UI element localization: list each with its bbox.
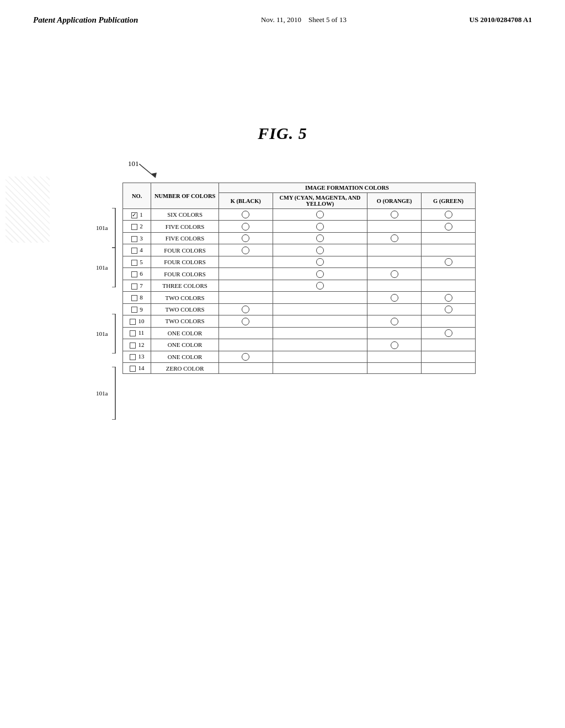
- cell-no-10[interactable]: 10: [123, 315, 151, 327]
- cell-no-5[interactable]: 5: [123, 256, 151, 267]
- header-date-sheet: Nov. 11, 2010 Sheet 5 of 13: [261, 15, 347, 24]
- cell-k-2: [218, 221, 273, 232]
- side-label-2-text: 101a: [96, 264, 108, 271]
- ref-101-arrow: [139, 164, 161, 180]
- row-number-10: 10: [137, 318, 145, 324]
- circle-g-8: [445, 294, 452, 302]
- header-publication-label: Patent Application Publication: [33, 15, 138, 25]
- cell-cmy-6: [273, 268, 367, 280]
- cell-o-12: [367, 339, 422, 351]
- color-table: NO. NUMBER OF COLORS IMAGE FORMATION COL…: [122, 183, 476, 374]
- cell-cmy-2: [273, 221, 367, 232]
- col-header-cmy: CMY (CYAN, MAGENTA, AND YELLOW): [273, 193, 367, 209]
- cell-k-8: [218, 292, 273, 303]
- cell-no-1[interactable]: 1: [123, 209, 151, 221]
- side-bracket-3: [109, 314, 116, 354]
- cell-o-9: [367, 303, 422, 315]
- checkbox-row-5[interactable]: [131, 260, 137, 266]
- cell-no-2[interactable]: 2: [123, 221, 151, 232]
- cell-g-11: [422, 327, 476, 339]
- cell-cmy-1: [273, 209, 367, 221]
- table-wrapper: 101a 101a 101a: [122, 183, 476, 374]
- row-number-7: 7: [138, 282, 143, 289]
- cell-no-7[interactable]: 7: [123, 280, 151, 291]
- checkbox-row-8[interactable]: [131, 295, 137, 301]
- cell-cmy-11: [273, 327, 367, 339]
- table-row: 1SIX COLORS: [123, 209, 476, 221]
- side-label-4-text: 101a: [96, 390, 108, 397]
- cell-num-colors-9: TWO COLORS: [151, 303, 218, 315]
- cell-no-9[interactable]: 9: [123, 303, 151, 315]
- cell-no-14[interactable]: 14: [123, 363, 151, 374]
- circle-k-1: [242, 211, 249, 218]
- checkbox-row-13[interactable]: [130, 354, 136, 360]
- side-label-3-text: 101a: [96, 330, 108, 337]
- cell-o-8: [367, 292, 422, 303]
- side-label-group-3: 101a: [96, 314, 116, 354]
- row-number-3: 3: [138, 235, 143, 242]
- checkbox-row-11[interactable]: [130, 330, 136, 336]
- table-row: 10TWO COLORS: [123, 315, 476, 327]
- cell-cmy-5: [273, 256, 367, 267]
- cell-cmy-12: [273, 339, 367, 351]
- cell-k-11: [218, 327, 273, 339]
- cell-no-4[interactable]: 4: [123, 244, 151, 256]
- table-row: 3FIVE COLORS: [123, 232, 476, 244]
- checkbox-row-3[interactable]: [131, 236, 137, 242]
- table-row: 5FOUR COLORS: [123, 256, 476, 267]
- col-header-image-formation: IMAGE FORMATION COLORS: [218, 183, 475, 193]
- circle-o-8: [391, 294, 398, 302]
- cell-no-13[interactable]: 13: [123, 351, 151, 362]
- circle-g-11: [445, 329, 452, 337]
- cell-o-11: [367, 327, 422, 339]
- cell-no-8[interactable]: 8: [123, 292, 151, 303]
- table-row: 11ONE COLOR: [123, 327, 476, 339]
- col-header-o: O (ORANGE): [367, 193, 422, 209]
- checkbox-row-6[interactable]: [131, 271, 137, 277]
- checkbox-row-7[interactable]: [131, 283, 137, 290]
- circle-cmy-1: [316, 211, 324, 218]
- cell-num-colors-6: FOUR COLORS: [151, 268, 218, 280]
- table-row: 8TWO COLORS: [123, 292, 476, 303]
- checkbox-row-14[interactable]: [130, 366, 136, 372]
- circle-o-12: [391, 341, 398, 349]
- circle-k-10: [242, 318, 249, 325]
- checkbox-row-9[interactable]: [131, 307, 137, 313]
- cell-o-13: [367, 351, 422, 362]
- checkbox-row-2[interactable]: [131, 224, 137, 230]
- cell-no-3[interactable]: 3: [123, 232, 151, 244]
- cell-o-1: [367, 209, 422, 221]
- row-number-6: 6: [138, 270, 143, 277]
- cell-o-5: [367, 256, 422, 267]
- cell-no-6[interactable]: 6: [123, 268, 151, 280]
- circle-g-2: [445, 223, 452, 231]
- cell-k-10: [218, 315, 273, 327]
- checkbox-row-12[interactable]: [130, 342, 136, 349]
- table-row: 12ONE COLOR: [123, 339, 476, 351]
- row-number-12: 12: [137, 341, 145, 348]
- cell-o-3: [367, 232, 422, 244]
- circle-o-1: [391, 211, 398, 218]
- checkbox-row-10[interactable]: [130, 319, 136, 325]
- cell-cmy-13: [273, 351, 367, 362]
- circle-cmy-2: [316, 223, 324, 231]
- cell-num-colors-12: ONE COLOR: [151, 339, 218, 351]
- watermark-decoration: [6, 176, 50, 243]
- checkbox-row-1[interactable]: [131, 212, 137, 218]
- circle-k-3: [242, 234, 249, 242]
- cell-num-colors-5: FOUR COLORS: [151, 256, 218, 267]
- row-number-4: 4: [138, 247, 143, 253]
- cell-g-13: [422, 351, 476, 362]
- cell-num-colors-13: ONE COLOR: [151, 351, 218, 362]
- cell-num-colors-11: ONE COLOR: [151, 327, 218, 339]
- cell-num-colors-14: ZERO COLOR: [151, 363, 218, 374]
- cell-g-4: [422, 244, 476, 256]
- cell-g-10: [422, 315, 476, 327]
- cell-no-12[interactable]: 12: [123, 339, 151, 351]
- cell-no-11[interactable]: 11: [123, 327, 151, 339]
- cell-num-colors-8: TWO COLORS: [151, 292, 218, 303]
- checkbox-row-4[interactable]: [131, 248, 137, 254]
- header-sheet: Sheet 5 of 13: [308, 15, 347, 24]
- row-number-8: 8: [138, 294, 143, 301]
- circle-cmy-3: [316, 234, 324, 242]
